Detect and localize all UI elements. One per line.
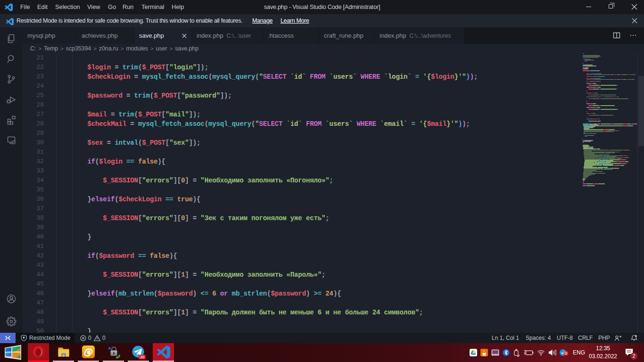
svg-text:0: 0 <box>565 352 567 355</box>
svg-text:.60: .60 <box>140 355 144 358</box>
